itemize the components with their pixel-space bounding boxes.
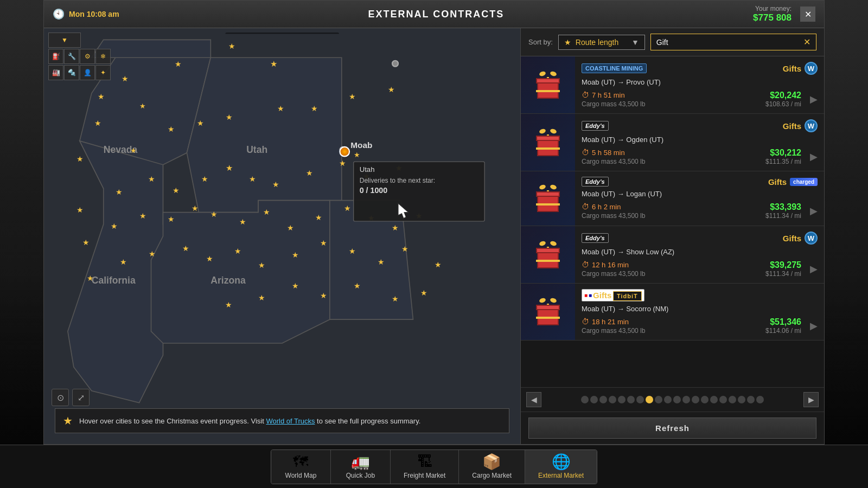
page-dot[interactable] [609, 396, 616, 403]
svg-text:★: ★ [139, 102, 146, 110]
contract-thumbnail [521, 56, 575, 113]
contract-item[interactable]: Eddy's Gifts W Moab (UT) → Show Low (AZ) [521, 226, 824, 284]
tab-external-market[interactable]: 🌐 External Market [525, 450, 597, 484]
page-dot[interactable] [627, 396, 635, 403]
event-star-icon: ★ [63, 414, 73, 427]
time-icon: ⏱ [582, 260, 589, 269]
svg-text:★: ★ [148, 175, 155, 183]
tab-freight-market[interactable]: 🏗 Freight Market [391, 450, 459, 484]
page-dot[interactable] [682, 396, 690, 403]
world-of-trucks-link[interactable]: World of Trucks [266, 417, 315, 425]
svg-point-75 [340, 147, 349, 157]
page-dot[interactable] [599, 396, 607, 403]
svg-text:★: ★ [76, 206, 84, 214]
page-dot[interactable] [692, 396, 699, 403]
map-center-btn[interactable]: ⊙ [52, 389, 69, 406]
svg-text:★: ★ [435, 260, 442, 269]
contract-thumbnail [521, 226, 575, 283]
tab-label-quick-job: Quick Job [346, 472, 375, 479]
tab-label-world-map: World Map [285, 472, 317, 479]
tab-label-external-market: External Market [538, 472, 584, 479]
svg-text:0 / 1000: 0 / 1000 [360, 186, 388, 195]
freight-market-icon: 🏗 [417, 454, 432, 470]
toolbar-icon-6[interactable]: 🔩 [64, 65, 79, 80]
svg-text:★: ★ [226, 163, 233, 172]
page-dot[interactable] [618, 396, 626, 403]
page-dot[interactable] [747, 396, 755, 403]
page-dot[interactable] [701, 396, 709, 403]
company-logo: Eddy's [582, 121, 609, 131]
contract-chevron-icon: ▶ [810, 205, 818, 217]
page-dot[interactable] [673, 396, 681, 403]
map-expand-btn[interactable]: ⤢ [72, 389, 90, 406]
page-next-button[interactable]: ▶ [803, 392, 819, 407]
page-dot[interactable] [655, 396, 662, 403]
svg-text:★: ★ [225, 300, 232, 309]
svg-text:★: ★ [182, 244, 189, 253]
map-toolbar: ▼ ⛽ 🔧 ⚙ ❄ 🏭 🔩 👤 ✦ [48, 33, 111, 80]
toolbar-icon-8[interactable]: ✦ [95, 65, 111, 80]
page-dot[interactable] [719, 396, 727, 403]
page-dot[interactable] [729, 396, 736, 403]
svg-text:★: ★ [130, 146, 137, 155]
svg-text:★: ★ [392, 223, 399, 232]
svg-text:California: California [92, 275, 136, 286]
cargo-mass: Cargo mass 43,500 lb [582, 158, 645, 165]
contract-cargo-type: Gifts [768, 177, 787, 187]
time-icon: ⏱ [582, 202, 589, 211]
dialog-title: EXTERNAL CONTRACTS [368, 9, 505, 20]
page-dot-active[interactable] [646, 396, 653, 403]
contract-item[interactable]: COASTLINE MINING Gifts W Moab (UT) → Pro… [521, 56, 824, 114]
map-controls-bottom: ⊙ ⤢ [52, 389, 90, 406]
company-logo: Eddy's [582, 233, 609, 243]
company-badge: Eddy's [582, 121, 609, 131]
contract-time: ⏱ 6 h 2 min [582, 202, 645, 211]
toolbar-icon-5[interactable]: 🏭 [48, 65, 63, 80]
company-logo: ■■ Gifts TidbiT [582, 289, 644, 301]
page-dot[interactable] [738, 396, 745, 403]
sort-dropdown[interactable]: ★ Route length ▼ [558, 35, 645, 50]
contract-time: ⏱ 5 h 58 min [582, 148, 645, 157]
toolbar-icon-3[interactable]: ⚙ [80, 49, 95, 64]
toolbar-icon-4[interactable]: ❄ [95, 49, 111, 64]
toolbar-collapse[interactable]: ▼ [48, 33, 81, 48]
cargo-gift-icon [532, 241, 564, 268]
svg-text:★: ★ [168, 125, 175, 133]
page-prev-button[interactable]: ◀ [526, 392, 541, 407]
contract-item[interactable]: Eddy's Gifts charged Moab (UT) → Logan (… [521, 171, 824, 226]
svg-text:★: ★ [239, 217, 246, 226]
map-container[interactable]: Nevada California Utah Arizona ★ ★ ★ ★ ★… [44, 28, 520, 444]
filter-clear-button[interactable]: ✕ [803, 37, 810, 47]
tab-group: 🗺 World Map 🚛 Quick Job 🏗 Freight Market… [271, 450, 597, 484]
contract-item[interactable]: Eddy's Gifts W Moab (UT) → Ogden (UT) [521, 114, 824, 171]
tab-quick-job[interactable]: 🚛 Quick Job [331, 450, 391, 484]
svg-text:★: ★ [349, 247, 356, 255]
svg-text:★: ★ [173, 186, 180, 195]
contract-details: COASTLINE MINING Gifts W Moab (UT) → Pro… [575, 56, 824, 113]
refresh-button[interactable]: Refresh [528, 418, 816, 439]
svg-text:★: ★ [111, 222, 118, 230]
cargo-gift-icon [532, 298, 564, 325]
contract-item[interactable]: ■■ Gifts TidbiT Moab (UT) → Socorro (NM)… [521, 284, 824, 341]
title-bar: 🕙 Mon 10:08 am EXTERNAL CONTRACTS Your m… [44, 1, 824, 28]
page-dot[interactable] [756, 396, 764, 403]
svg-marker-3 [187, 57, 341, 212]
toolbar-icon-2[interactable]: 🔧 [64, 49, 79, 64]
page-dot[interactable] [710, 396, 718, 403]
filter-input[interactable] [656, 38, 800, 47]
toolbar-icon-1[interactable]: ⛽ [48, 49, 63, 64]
page-dot[interactable] [636, 396, 644, 403]
svg-text:★: ★ [287, 223, 294, 232]
close-button[interactable]: ✕ [800, 7, 815, 22]
contract-time: ⏱ 7 h 51 min [582, 91, 645, 99]
page-dot[interactable] [590, 396, 598, 403]
tab-world-map[interactable]: 🗺 World Map [271, 450, 331, 484]
remains-time: 6 h 2 min [592, 203, 621, 211]
tab-cargo-market[interactable]: 📦 Cargo Market [459, 450, 525, 484]
contract-thumbnail [521, 171, 575, 226]
page-dot[interactable] [664, 396, 672, 403]
page-dot[interactable] [581, 396, 589, 403]
contract-cargo-type: Gifts [783, 234, 801, 243]
toolbar-icon-7[interactable]: 👤 [80, 65, 95, 80]
main-dialog: 🕙 Mon 10:08 am EXTERNAL CONTRACTS Your m… [43, 0, 825, 445]
